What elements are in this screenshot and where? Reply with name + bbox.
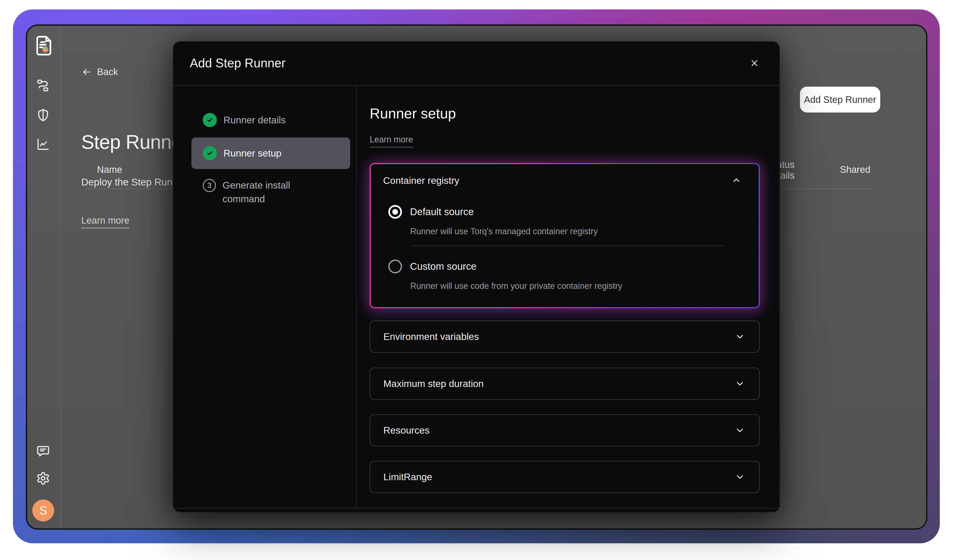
settings-gear-icon	[36, 471, 50, 486]
sidebar-divider	[60, 26, 61, 528]
accordion-label: Resources	[383, 425, 430, 436]
accordion-label: Environment variables	[383, 331, 479, 342]
report-logo-icon	[33, 34, 55, 57]
option-divider	[410, 245, 723, 246]
step-label: Runner details	[224, 115, 286, 126]
avatar-initial: S	[39, 504, 47, 517]
analytics-icon	[36, 137, 50, 151]
sidebar-item-analytics[interactable]	[36, 137, 50, 152]
chevron-up-icon	[731, 175, 742, 186]
modal-title: Add Step Runner	[190, 56, 286, 70]
user-avatar[interactable]: S	[32, 500, 54, 521]
back-button[interactable]: Back	[81, 67, 118, 77]
radio-selected-icon	[388, 205, 402, 219]
radio-option-default-source[interactable]: Default source	[388, 205, 474, 219]
modal-close-button[interactable]	[747, 56, 762, 70]
accordion-maximum-step-duration[interactable]: Maximum step duration	[370, 368, 760, 400]
back-label: Back	[97, 67, 118, 77]
modal-learn-more-link[interactable]: Learn more	[370, 135, 413, 147]
arrow-left-icon	[81, 67, 92, 77]
close-icon	[750, 58, 759, 68]
step-runner-setup[interactable]: Runner setup	[203, 146, 281, 160]
modal-header-divider	[174, 85, 779, 86]
accordion-label: LimitRange	[383, 472, 432, 482]
sidebar-item-security[interactable]	[36, 108, 50, 123]
option-label: Custom source	[410, 261, 476, 272]
accordion-environment-variables[interactable]: Environment variables	[370, 321, 760, 353]
step-number-badge: 3	[203, 179, 216, 192]
step-generate-install-command[interactable]: 3 Generate install command	[203, 178, 326, 206]
chevron-down-icon	[734, 330, 746, 343]
accordion-resources[interactable]: Resources	[370, 414, 760, 446]
chevron-down-icon	[734, 471, 746, 483]
chevron-down-icon	[734, 378, 746, 390]
sidebar-item-support-chat[interactable]	[36, 444, 50, 459]
radio-option-custom-source[interactable]: Custom source	[388, 260, 476, 273]
modal-footer-divider	[174, 508, 779, 509]
table-header-shared: Shared	[840, 164, 870, 175]
option-description: Runner will use code from your private c…	[410, 281, 622, 291]
container-registry-collapse-toggle[interactable]	[730, 174, 742, 186]
chat-icon	[36, 444, 50, 458]
table-header-name: Name	[97, 164, 122, 175]
option-label: Default source	[410, 206, 474, 217]
workflow-icon	[36, 78, 50, 93]
accordion-limitrange[interactable]: LimitRange	[370, 461, 760, 493]
container-registry-title: Container registry	[383, 175, 459, 186]
page-learn-more-link[interactable]: Learn more	[81, 215, 129, 228]
step-label: Runner setup	[224, 148, 281, 159]
sidebar-item-settings[interactable]	[36, 471, 50, 486]
stepper-divider	[356, 86, 357, 508]
app-logo[interactable]	[33, 34, 55, 57]
add-step-runner-button[interactable]: Add Step Runner	[800, 87, 880, 113]
sidebar-item-workflows[interactable]	[36, 78, 50, 93]
step-runner-details[interactable]: Runner details	[203, 113, 286, 127]
radio-unselected-icon	[388, 260, 402, 273]
step-complete-check-icon	[203, 113, 217, 127]
shield-icon	[36, 108, 50, 122]
page-subtitle: Deploy the Step Runner	[81, 177, 187, 188]
step-label: Generate install command	[222, 178, 326, 206]
step-complete-check-icon	[203, 146, 217, 160]
option-description: Runner will use Torq's managed container…	[410, 226, 598, 236]
chevron-down-icon	[734, 424, 746, 436]
runner-setup-heading: Runner setup	[370, 105, 456, 122]
accordion-label: Maximum step duration	[383, 378, 484, 389]
